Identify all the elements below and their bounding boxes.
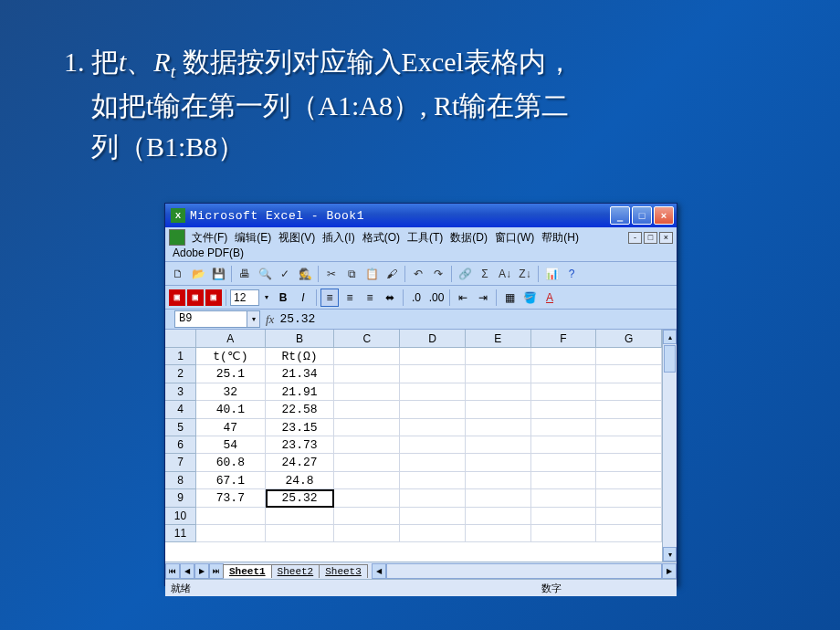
row-header[interactable]: 10: [165, 508, 196, 525]
cell-B3[interactable]: 21.91: [266, 383, 335, 401]
col-header[interactable]: A: [196, 330, 266, 348]
cell-C11[interactable]: [334, 525, 400, 542]
cell-A1[interactable]: t(℃): [196, 348, 266, 365]
cell-C5[interactable]: [334, 419, 400, 436]
cell-C7[interactable]: [334, 454, 400, 471]
cell-A5[interactable]: 47: [196, 419, 266, 436]
cell-F2[interactable]: [531, 365, 597, 383]
cell-E4[interactable]: [466, 401, 531, 418]
cell-A4[interactable]: 40.1: [196, 401, 266, 418]
sort-desc-icon[interactable]: Z↓: [516, 265, 534, 283]
cell-E9[interactable]: [466, 489, 531, 507]
align-left-button[interactable]: ≡: [320, 289, 339, 307]
cell-F4[interactable]: [531, 401, 597, 418]
cell-C4[interactable]: [334, 401, 400, 418]
horizontal-scrollbar[interactable]: ◀ ▶: [372, 563, 677, 579]
cell-G6[interactable]: [596, 436, 662, 454]
chart-icon[interactable]: 📊: [542, 265, 561, 283]
cell-D8[interactable]: [400, 472, 466, 489]
hyperlink-icon[interactable]: 🔗: [456, 265, 474, 283]
indent-in-icon[interactable]: ⇥: [474, 289, 492, 307]
indent-out-icon[interactable]: ⇤: [454, 289, 472, 307]
tab-next-icon[interactable]: ▶: [194, 563, 209, 579]
mdi-close[interactable]: ×: [659, 232, 673, 244]
borders-icon[interactable]: ▦: [500, 289, 519, 307]
cell-A3[interactable]: 32: [196, 383, 266, 401]
cell-G8[interactable]: [596, 472, 662, 489]
research-icon[interactable]: 🕵: [296, 265, 314, 283]
cell-F11[interactable]: [531, 525, 597, 542]
row-header[interactable]: 3: [165, 383, 196, 401]
col-header[interactable]: G: [596, 330, 662, 348]
sheet-tab[interactable]: Sheet3: [319, 564, 368, 578]
cell-G3[interactable]: [596, 383, 662, 401]
scroll-left-icon[interactable]: ◀: [372, 563, 386, 579]
row-header[interactable]: 5: [165, 419, 196, 436]
formula-value[interactable]: 25.32: [279, 312, 315, 326]
cell-C6[interactable]: [334, 436, 400, 454]
menu-help[interactable]: 帮助(H): [541, 230, 579, 246]
cell-A9[interactable]: 73.7: [196, 489, 266, 507]
open-icon[interactable]: 📂: [189, 265, 207, 283]
align-center-button[interactable]: ≡: [341, 289, 359, 307]
cell-B4[interactable]: 22.58: [266, 401, 335, 418]
col-header[interactable]: E: [466, 330, 531, 348]
scroll-thumb[interactable]: [664, 345, 676, 373]
pdf-icon[interactable]: ▣: [169, 289, 185, 306]
merge-button[interactable]: ⬌: [381, 289, 399, 307]
row-header[interactable]: 1: [165, 348, 196, 365]
col-header[interactable]: F: [531, 330, 597, 348]
menu-adobe-pdf[interactable]: Adobe PDF(B): [173, 247, 244, 259]
row-header[interactable]: 2: [165, 365, 196, 383]
name-box[interactable]: B9: [174, 310, 247, 328]
format-painter-icon[interactable]: 🖌: [383, 265, 401, 283]
cell-D4[interactable]: [400, 401, 466, 418]
increase-decimal-icon[interactable]: .0: [407, 289, 425, 307]
cell-B5[interactable]: 23.15: [266, 419, 335, 436]
cell-C9[interactable]: [334, 489, 400, 507]
scroll-up-icon[interactable]: ▴: [663, 330, 677, 344]
col-header[interactable]: C: [334, 330, 400, 348]
cell-F8[interactable]: [531, 472, 597, 489]
tab-last-icon[interactable]: ⏭: [209, 563, 224, 579]
tab-first-icon[interactable]: ⏮: [165, 563, 180, 579]
cell-F3[interactable]: [531, 383, 597, 401]
fill-color-icon[interactable]: 🪣: [520, 289, 539, 307]
pdf-mail-icon[interactable]: ▣: [187, 289, 204, 306]
cell-B1[interactable]: Rt(Ω): [266, 348, 335, 365]
new-icon[interactable]: 🗋: [169, 265, 187, 283]
cell-A2[interactable]: 25.1: [196, 365, 266, 383]
cell-E2[interactable]: [466, 365, 531, 383]
select-all-corner[interactable]: [165, 330, 196, 348]
cell-D10[interactable]: [400, 508, 466, 525]
cell-B2[interactable]: 21.34: [266, 365, 335, 383]
cell-B9[interactable]: 25.32: [266, 489, 335, 507]
cell-G7[interactable]: [596, 454, 662, 471]
cell-D2[interactable]: [400, 365, 466, 383]
bold-button[interactable]: B: [274, 289, 292, 307]
fx-icon[interactable]: fx: [266, 312, 274, 327]
namebox-dropdown-icon[interactable]: ▾: [247, 310, 260, 328]
cell-A7[interactable]: 60.8: [196, 454, 266, 471]
titlebar[interactable]: X Microsoft Excel - Book1 ‗ □ ×: [165, 204, 677, 227]
cell-D9[interactable]: [400, 489, 466, 507]
cell-E7[interactable]: [466, 454, 531, 471]
cell-E3[interactable]: [466, 383, 531, 401]
cell-G5[interactable]: [596, 419, 662, 436]
fontsize-dropdown-icon[interactable]: ▾: [261, 289, 272, 307]
vertical-scrollbar[interactable]: ▴ ▾: [662, 330, 677, 562]
fontsize-input[interactable]: [230, 289, 259, 306]
workbook-icon[interactable]: [169, 229, 185, 246]
copy-icon[interactable]: ⧉: [342, 265, 361, 283]
cell-F9[interactable]: [531, 489, 597, 507]
row-header[interactable]: 8: [165, 472, 196, 489]
cell-E5[interactable]: [466, 419, 531, 436]
cut-icon[interactable]: ✂: [322, 265, 341, 283]
cell-C1[interactable]: [334, 348, 400, 365]
menu-file[interactable]: 文件(F): [192, 230, 227, 246]
font-color-icon[interactable]: A: [541, 289, 559, 307]
menu-tools[interactable]: 工具(T): [407, 230, 443, 246]
mdi-minimize[interactable]: -: [628, 232, 642, 244]
cell-E11[interactable]: [466, 525, 531, 542]
cell-G4[interactable]: [596, 401, 662, 418]
